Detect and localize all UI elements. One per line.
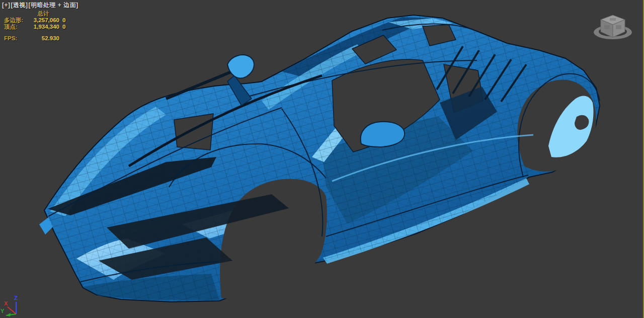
axis-y-label: Y: [1, 308, 5, 314]
perspective-viewport[interactable]: [+][透视][明暗处理 + 边面] 总计 多边形: 3,257,060 0 顶…: [0, 0, 644, 318]
stats-total-header: 总计: [27, 11, 59, 17]
viewport-statistics: 总计 多边形: 3,257,060 0 顶点: 1,934,340 0 FPS:…: [4, 11, 67, 42]
world-axis-gizmo: Z X Y: [0, 292, 30, 317]
viewport-shading-menu[interactable]: [明暗处理 + 边面]: [29, 2, 78, 9]
stats-polygons-row: 多边形: 3,257,060 0: [4, 17, 67, 24]
axis-z-label: Z: [14, 295, 18, 301]
viewport-view-menu[interactable]: [透视]: [11, 2, 28, 9]
viewport-maximize-toggle[interactable]: [+]: [2, 2, 11, 9]
view-cube[interactable]: [588, 4, 638, 49]
car-model[interactable]: [0, 0, 644, 318]
viewport-label: [+][透视][明暗处理 + 边面]: [2, 1, 79, 10]
stats-fps-row: FPS: 52.930: [4, 35, 67, 42]
viewport-canvas[interactable]: [0, 0, 644, 318]
axis-x-label: X: [4, 300, 8, 306]
stats-vertices-row: 顶点: 1,934,340 0: [4, 24, 67, 30]
